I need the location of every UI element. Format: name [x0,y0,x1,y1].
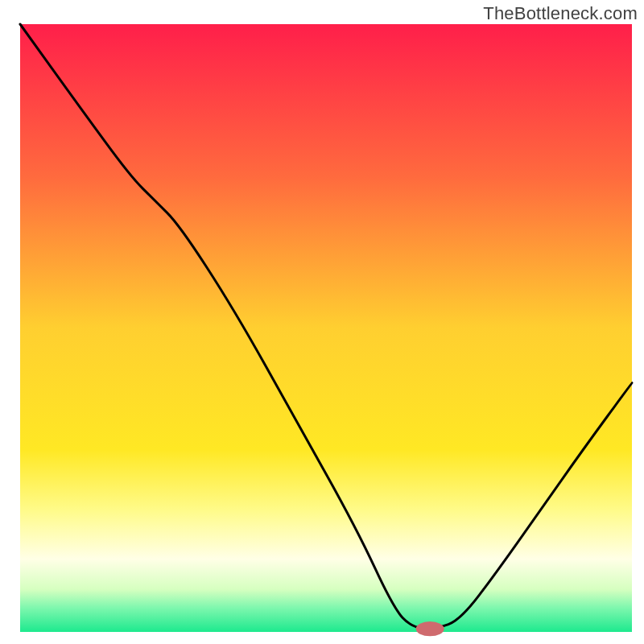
watermark-label: TheBottleneck.com [483,3,638,24]
chart-container: TheBottleneck.com [0,0,644,644]
bottleneck-chart [0,0,644,644]
chart-background [20,24,632,632]
minimum-marker [416,621,444,636]
